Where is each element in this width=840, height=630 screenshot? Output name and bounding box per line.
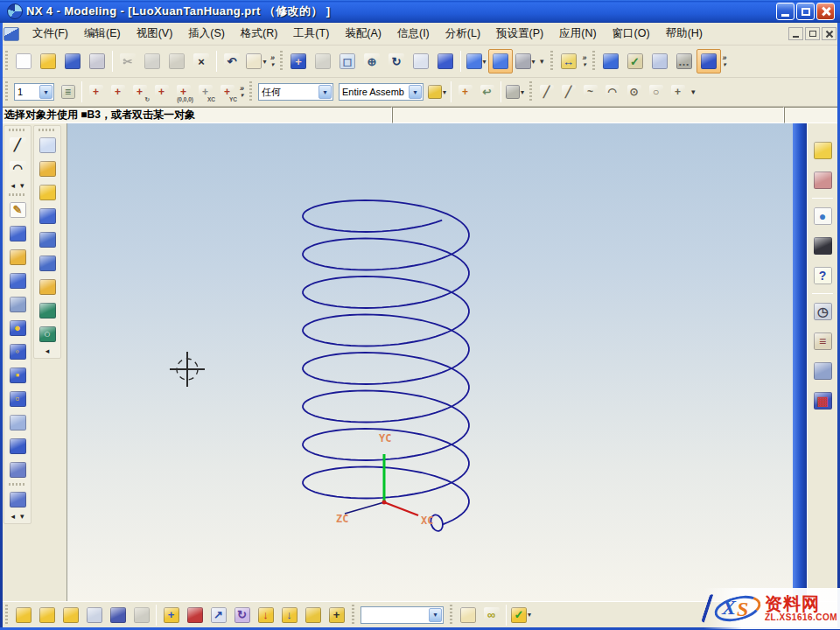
snap-point-plus-icon[interactable]: + [667,81,689,103]
pad-icon[interactable]: ▫ [5,387,30,410]
paste-icon[interactable] [164,49,189,74]
rotate-component-icon[interactable]: ↻ [230,604,254,626]
replace-component-icon[interactable]: ↓ [254,604,277,626]
mating-conditions-icon[interactable] [301,604,325,626]
revolve-icon[interactable] [5,245,30,269]
toolbar-grip[interactable] [550,51,553,72]
measure-icon[interactable]: ↔ [556,49,581,74]
toolbar-grip[interactable] [9,129,26,131]
boolean-unite-icon[interactable] [35,298,60,322]
menu-item-11[interactable]: 窗口(O) [605,24,658,44]
fit-view-icon[interactable]: + [286,49,311,74]
block-icon[interactable] [35,180,60,204]
selection-scope-combo-arrow[interactable]: ▾ [409,85,422,99]
copy-icon[interactable] [140,49,164,74]
wcs-origin-icon[interactable]: + [107,81,129,103]
mirror-assembly-icon[interactable] [183,604,206,626]
snap-line-point-icon[interactable]: ╱ [557,81,579,103]
zoom-box-icon[interactable]: ◻ [335,49,360,74]
application-modeling-icon[interactable] [696,49,721,74]
assembly-search-combo[interactable]: ▾ [360,606,444,624]
wcs-rotate-icon[interactable]: +↻ [129,81,150,103]
datum-plane-icon[interactable] [35,133,60,157]
boss-icon[interactable]: ◦ [5,340,30,363]
interpart-link-icon[interactable]: ∞ [480,604,503,626]
shaded-view-icon[interactable]: ▾ [464,49,488,74]
cylinder-icon[interactable] [35,204,60,228]
toolbar-grip[interactable] [5,605,8,626]
pan-view-icon[interactable] [409,49,433,74]
cavity-icon[interactable] [5,434,30,458]
menu-item-9[interactable]: 预设置(P) [488,24,551,44]
menu-item-2[interactable]: 视图(V) [129,24,181,44]
child-restore-button[interactable] [805,27,820,40]
product-structure-icon[interactable] [456,604,480,626]
snap-arc-icon[interactable]: ◠ [601,81,623,103]
toolbar-overflow[interactable]: »▾ [721,54,729,68]
menu-item-7[interactable]: 信息(I) [389,24,438,44]
toolbar-grip[interactable] [5,81,8,102]
selection-scope-combo[interactable]: Entire Assemb▾ [339,83,424,101]
subtract-icon[interactable] [35,251,60,275]
zoom-in-icon[interactable]: ⊕ [360,49,384,74]
history-icon[interactable]: ◷ [809,298,836,325]
emboss-icon[interactable] [5,410,30,434]
hole-icon[interactable]: ● [5,316,30,340]
tutorials-icon[interactable] [809,233,836,259]
arc-icon[interactable]: ◠ [5,157,30,180]
zoom-out-icon[interactable] [311,49,335,74]
menu-item-3[interactable]: 插入(S) [180,24,233,44]
customize-icon[interactable] [809,358,836,384]
layer-combo[interactable]: 1▾ [14,83,54,101]
display-mode-icon[interactable]: ▾ [513,49,537,74]
dropdown-arrow[interactable]: ▾ [537,57,547,66]
menu-item-0[interactable]: 文件(F) [24,24,76,44]
palettes-icon[interactable]: ≡ [809,328,836,354]
minimize-button[interactable] [776,3,794,20]
find-component-icon[interactable] [11,604,35,626]
snap-line-icon[interactable]: ╱ [536,81,557,103]
groove-icon[interactable] [5,458,30,481]
wireframe-view-icon[interactable] [488,49,513,74]
trim-body-icon[interactable] [5,487,30,511]
dropdown-arrow[interactable]: ▾ [689,88,698,96]
toolbar-overflow[interactable]: »▾ [269,54,276,68]
delete-icon[interactable]: × [189,49,214,74]
open-component-icon[interactable] [35,604,59,626]
toolbar-collapse-arrow[interactable]: ◂ [46,346,50,357]
perspective-icon[interactable] [433,49,458,74]
wcs-xc-icon[interactable]: +XC [194,81,216,103]
drafting-icon[interactable] [648,49,672,74]
toolbar-grip[interactable] [249,81,252,102]
toolbar-grip[interactable] [9,483,26,486]
toolbar-grip[interactable] [529,81,532,102]
wcs-set-origin-icon[interactable]: +(0,0,0) [172,81,194,103]
menu-item-4[interactable]: 格式(R) [233,24,285,44]
snap-spline-icon[interactable]: ~ [579,81,601,103]
surface-analysis-icon[interactable] [598,49,623,74]
tube-icon[interactable] [5,292,30,316]
menu-item-1[interactable]: 编辑(E) [76,24,129,44]
roles-icon[interactable]: ▦ [809,388,836,414]
wcs-dynamics-icon[interactable]: + [85,81,107,103]
view-history-icon[interactable]: ▾ [244,49,269,74]
unite-icon[interactable] [35,228,60,251]
menu-item-12[interactable]: 帮助(H) [658,24,710,44]
helix-curve[interactable] [303,200,469,525]
maximize-button[interactable] [796,3,815,20]
toolbar-grip[interactable] [280,51,283,72]
toolbar-overflow[interactable]: »▾ [581,54,589,68]
menu-item-5[interactable]: 工具(T) [285,24,337,44]
select-component-icon[interactable] [59,604,82,626]
toolbar-collapse-arrows[interactable]: ◂▾ [10,180,24,192]
intersect-icon[interactable] [35,275,60,298]
snap-circle-icon[interactable]: ○ [645,81,667,103]
toolbar-collapse-arrows[interactable]: ◂▾ [10,511,24,522]
internet-icon[interactable]: ● [809,203,836,229]
component-structure-icon[interactable] [82,604,106,626]
child-minimize-button[interactable] [788,27,803,40]
open-file-icon[interactable] [36,49,60,74]
layer-settings-icon[interactable]: ≡ [57,81,79,103]
boolean-subtract-icon[interactable]: ○ [35,322,60,346]
wcs-orient-icon[interactable]: + [150,81,172,103]
